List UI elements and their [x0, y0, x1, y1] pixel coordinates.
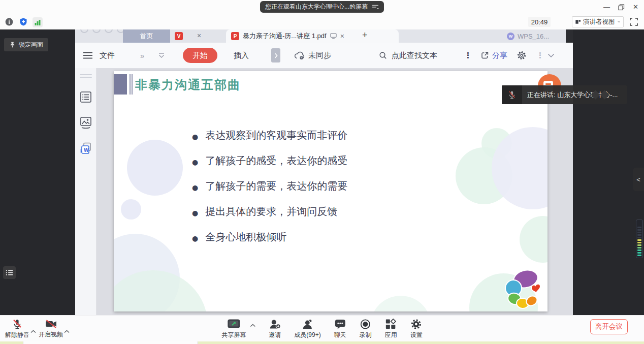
- bubble-decoration: [114, 270, 208, 311]
- fullscreen-icon[interactable]: [630, 18, 638, 26]
- start-video-button[interactable]: 开启视频: [37, 316, 65, 342]
- bullet-item: ●全身心地积极倾听: [192, 232, 497, 244]
- export-to-word-icon[interactable]: W: [80, 142, 92, 154]
- share-label: 分享: [492, 51, 507, 60]
- sync-status[interactable]: 未同步: [294, 43, 331, 68]
- chevron-bar-down-icon: [158, 52, 165, 58]
- tab-start-button[interactable]: 开始: [183, 48, 217, 63]
- flower-logo: [504, 268, 543, 310]
- invite-button[interactable]: 邀请: [269, 316, 281, 342]
- info-icon[interactable]: [5, 18, 13, 26]
- shared-screen-area: 锁定画面 正在讲话: 山东大学心理中心-... <: [0, 29, 644, 315]
- search-placeholder: 点此查找文本: [392, 51, 437, 60]
- meeting-statusbar: 20:49 演讲者视图: [0, 14, 644, 29]
- tab-document[interactable]: P 暴力亲子沟通-历...讲座 1.pdf ×: [226, 29, 399, 43]
- pin-view-button[interactable]: 锁定画面: [4, 38, 48, 51]
- banner-menu-icon[interactable]: [372, 4, 379, 10]
- panel-collapse-button[interactable]: <: [633, 168, 644, 191]
- images-panel-icon[interactable]: [80, 117, 91, 129]
- network-signal-icon[interactable]: [33, 17, 43, 27]
- wps-window: 首页 V × P 暴力亲子沟通-历...讲座 1.pdf × + W WPS_1…: [75, 29, 573, 315]
- settings-button[interactable]: 设置: [410, 316, 423, 342]
- apps-button[interactable]: 应用: [385, 316, 397, 342]
- wps-tabbar: 首页 V × P 暴力亲子沟通-历...讲座 1.pdf × + W WPS_1…: [75, 29, 573, 43]
- main-menu-button[interactable]: [83, 43, 92, 68]
- drag-handle[interactable]: [80, 77, 92, 78]
- title-accent-square: [114, 74, 127, 95]
- ribbon-expand-button[interactable]: [271, 48, 280, 62]
- shield-protect-icon[interactable]: [19, 18, 27, 26]
- chat-button[interactable]: 聊天: [334, 316, 346, 342]
- watching-title-pill[interactable]: 您正在观看山东大学心理中心...的屏幕: [260, 1, 384, 13]
- restore-icon[interactable]: [618, 4, 625, 11]
- tab-insert-button[interactable]: 插入: [234, 43, 249, 68]
- list-icon: [6, 269, 13, 276]
- speaking-banner: 正在讲话: 山东大学心理中心-...: [502, 85, 627, 104]
- unmute-label: 解除静音: [5, 331, 29, 339]
- bubble-decoration: [121, 199, 141, 220]
- search-icon: [379, 51, 387, 59]
- bubble-decoration: [370, 296, 431, 311]
- minimize-icon[interactable]: —: [603, 2, 610, 12]
- new-tab-icon[interactable]: +: [362, 30, 368, 41]
- svg-text:W: W: [84, 147, 89, 153]
- cloud-unsync-icon: [294, 51, 305, 60]
- tab-circle-icon: [92, 29, 101, 33]
- members-button[interactable]: 成员(99+): [294, 316, 320, 342]
- outline-panel-icon[interactable]: [80, 91, 91, 103]
- menu-file[interactable]: 文件: [100, 43, 115, 68]
- members-icon: [302, 319, 313, 330]
- pin-icon: [9, 42, 16, 48]
- tab-close-icon[interactable]: ×: [197, 32, 201, 40]
- more-options-icon[interactable]: ⋮: [464, 43, 472, 68]
- record-button[interactable]: 录制: [360, 316, 372, 342]
- wps-vip-icon[interactable]: V: [175, 32, 183, 40]
- bullet-dot: ●: [192, 182, 198, 193]
- share-arrow-icon: [480, 51, 489, 59]
- chevron-down-icon: [618, 20, 620, 23]
- video-off-icon: [45, 319, 57, 329]
- share-options-chevron[interactable]: [250, 324, 255, 327]
- invite-label: 邀请: [269, 331, 281, 339]
- bubble-decoration: [127, 140, 183, 196]
- settings-gear-icon[interactable]: [517, 43, 526, 68]
- speaker-mic-cell: [502, 85, 522, 104]
- leave-meeting-button[interactable]: 离开会议: [590, 319, 628, 334]
- tab-circle-icon: [80, 29, 88, 33]
- title-accent-line: [130, 74, 131, 95]
- view-mode-selector[interactable]: 演讲者视图: [572, 16, 624, 27]
- share-screen-button[interactable]: 共享屏幕: [221, 316, 246, 342]
- cast-screen-icon[interactable]: [330, 33, 337, 39]
- chevron-right-icon: [274, 53, 278, 58]
- title-accent-line: [132, 74, 133, 95]
- share-button[interactable]: 分享: [480, 43, 507, 68]
- drag-handle[interactable]: [80, 74, 92, 75]
- more-tools-icon[interactable]: ⋮: [536, 43, 544, 68]
- apps-grid-icon: [385, 319, 397, 330]
- share-screen-icon: [227, 319, 240, 330]
- video-options-chevron[interactable]: [64, 330, 70, 333]
- bullet-dot: ●: [192, 208, 198, 218]
- pin-label: 锁定画面: [19, 41, 43, 49]
- tab-circle-icon: [105, 29, 113, 33]
- apps-label: 应用: [385, 331, 397, 339]
- muted-mic-icon: [508, 90, 516, 100]
- bullet-item: ●提出具体的要求，并询问反馈: [192, 206, 497, 218]
- thumbnail-list-button[interactable]: [3, 266, 16, 279]
- collapse-ribbon-icon[interactable]: [158, 43, 165, 68]
- search-input[interactable]: 点此查找文本: [379, 43, 437, 68]
- taskbar-active-app: [23, 341, 198, 344]
- wps-session[interactable]: W WPS_16...: [507, 29, 549, 43]
- meeting-titlebar: 您正在观看山东大学心理中心...的屏幕 — ✕: [0, 0, 644, 14]
- meeting-time: 20:49: [528, 17, 551, 27]
- view-mode-label: 演讲者视图: [583, 18, 615, 26]
- tab-home[interactable]: 首页: [123, 29, 170, 43]
- pdf-file-icon: P: [231, 32, 239, 40]
- more-menus-icon[interactable]: »: [140, 43, 144, 68]
- collapse-toolbar-icon[interactable]: [548, 43, 555, 68]
- mic-options-chevron[interactable]: [30, 330, 36, 333]
- unmute-button[interactable]: 解除静音: [4, 316, 30, 342]
- tab-close-icon[interactable]: ×: [340, 32, 344, 40]
- close-icon[interactable]: ✕: [633, 2, 638, 12]
- audio-level-meter: [636, 220, 643, 258]
